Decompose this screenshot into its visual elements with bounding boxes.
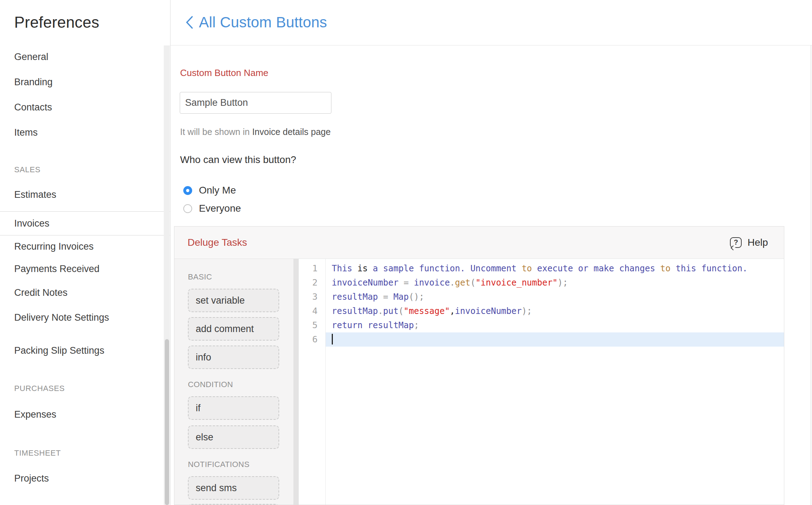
sidebar-item-recurring-invoices[interactable]: Recurring Invoices xyxy=(14,234,94,259)
code-line[interactable]: invoiceNumber = invoice.get("invoice_num… xyxy=(326,276,784,290)
sidebar-title: Preferences xyxy=(14,13,99,31)
code-token: invoiceNumber xyxy=(332,278,404,288)
code-token: resultMap xyxy=(332,292,383,302)
code-line[interactable]: This is a sample function. Uncomment to … xyxy=(326,261,784,276)
code-token: = xyxy=(383,292,394,302)
code-token: Map xyxy=(393,292,408,302)
sidebar-item-projects[interactable]: Projects xyxy=(14,466,49,490)
radio-option-everyone[interactable]: Everyone xyxy=(183,202,241,215)
deluge-panel-title: Deluge Tasks xyxy=(188,237,247,248)
code-line[interactable]: resultMap.put("message",invoiceNumber); xyxy=(326,304,784,318)
code-token: = xyxy=(404,278,414,288)
sidebar-item-general[interactable]: General xyxy=(14,45,48,69)
line-number: 2 xyxy=(299,276,325,290)
visibility-question: Who can view this button? xyxy=(180,154,296,165)
task-button-send-sms[interactable]: send sms xyxy=(188,476,279,500)
custom-button-name-input[interactable] xyxy=(180,92,331,114)
palette-scrollbar-track[interactable] xyxy=(293,259,299,505)
code-token: (); xyxy=(409,292,424,302)
code-token: to xyxy=(660,264,671,273)
code-token: ( xyxy=(470,278,475,288)
code-token: resultMap xyxy=(332,306,378,316)
sidebar-item-invoices-selected[interactable]: Invoices xyxy=(0,211,170,235)
palette-section-condition: CONDITION xyxy=(188,380,233,389)
code-token: to xyxy=(522,264,532,273)
deluge-tasks-panel: Deluge Tasks ? Help BASICset variableadd… xyxy=(174,226,784,505)
code-token: . xyxy=(378,306,383,316)
sidebar-item-packing-slip-settings[interactable]: Packing Slip Settings xyxy=(14,338,104,363)
code-token: This xyxy=(332,264,357,273)
palette-section-basic: BASIC xyxy=(188,272,212,282)
code-token: ; xyxy=(414,320,419,330)
code-token: "message" xyxy=(404,306,450,316)
code-token: invoiceNumber xyxy=(455,306,522,316)
code-token: ( xyxy=(399,306,404,316)
editor-line-number-gutter: 123456 xyxy=(299,259,326,505)
code-token: ); xyxy=(558,278,568,288)
sidebar-item-expenses[interactable]: Expenses xyxy=(14,402,56,427)
radio-button-icon[interactable] xyxy=(183,186,192,195)
chevron-left-icon xyxy=(185,15,194,29)
help-label: Help xyxy=(747,237,768,248)
zoho-preferences-page: { "sidebar": { "title": "Preferences", "… xyxy=(0,0,812,505)
code-token: this function. xyxy=(671,264,748,273)
content-right-scroll-edge xyxy=(811,45,811,505)
back-to-all-custom-buttons-link[interactable]: All Custom Buttons xyxy=(185,14,327,31)
deluge-panel-body: BASICset variableadd commentinfoCONDITIO… xyxy=(174,259,784,505)
preferences-sidebar: Preferences GeneralBrandingContactsItems… xyxy=(0,0,170,505)
code-token: is xyxy=(357,264,368,273)
page-title: All Custom Buttons xyxy=(199,14,327,31)
code-line-active[interactable] xyxy=(326,332,784,347)
sidebar-item-items[interactable]: Items xyxy=(14,120,38,145)
line-number: 6 xyxy=(299,332,325,347)
code-token: put xyxy=(383,306,399,316)
code-line[interactable]: resultMap = Map(); xyxy=(326,290,784,304)
radio-option-only-me[interactable]: Only Me xyxy=(183,184,236,197)
shown-in-helper-text: It will be shown in Invoice details page xyxy=(180,127,331,137)
task-button-if[interactable]: if xyxy=(188,396,279,420)
sidebar-item-contacts[interactable]: Contacts xyxy=(14,95,52,119)
palette-section-notifications: NOTIFICATIONS xyxy=(188,460,249,469)
sidebar-item-estimates[interactable]: Estimates xyxy=(14,183,56,207)
sidebar-scrollbar-thumb[interactable] xyxy=(165,339,169,505)
task-button-else[interactable]: else xyxy=(188,425,279,449)
help-question-icon: ? xyxy=(730,237,742,248)
sidebar-item-credit-notes[interactable]: Credit Notes xyxy=(14,281,67,305)
line-number: 4 xyxy=(299,304,325,318)
code-token: return resultMap xyxy=(332,320,414,330)
content-header: All Custom Buttons xyxy=(170,0,812,45)
line-number: 1 xyxy=(299,261,325,276)
code-token: execute or make changes xyxy=(532,264,660,273)
deluge-code-editor[interactable]: This is a sample function. Uncomment to … xyxy=(326,259,784,505)
sidebar-section-timesheet: TIMESHEET xyxy=(14,441,61,465)
shown-in-page-name: Invoice details page xyxy=(252,127,331,137)
code-token: invoice xyxy=(414,278,450,288)
radio-button-icon[interactable] xyxy=(183,204,192,213)
sidebar-item-branding[interactable]: Branding xyxy=(14,70,53,94)
code-token: a sample function. Uncomment xyxy=(368,264,521,273)
sidebar-scrollbar-track[interactable] xyxy=(164,45,170,505)
code-token: ); xyxy=(522,306,532,316)
deluge-panel-header: Deluge Tasks ? Help xyxy=(174,227,784,259)
sidebar-item-payments-received[interactable]: Payments Received xyxy=(14,257,99,281)
deluge-task-palette: BASICset variableadd commentinfoCONDITIO… xyxy=(174,259,293,505)
task-button-info[interactable]: info xyxy=(188,346,279,369)
task-button-partially-visible[interactable] xyxy=(188,504,279,505)
code-line[interactable]: return resultMap; xyxy=(326,318,784,332)
task-button-add-comment[interactable]: add comment xyxy=(188,317,279,341)
radio-label: Only Me xyxy=(199,185,236,196)
sidebar-section-sales: SALES xyxy=(14,158,40,182)
sidebar-item-delivery-note-settings[interactable]: Delivery Note Settings xyxy=(14,305,109,330)
text-cursor xyxy=(332,334,333,344)
line-number: 3 xyxy=(299,290,325,304)
task-button-set-variable[interactable]: set variable xyxy=(188,289,279,312)
line-number: 5 xyxy=(299,318,325,332)
code-token: . xyxy=(450,278,455,288)
code-token: , xyxy=(450,306,455,316)
radio-label: Everyone xyxy=(199,203,241,214)
custom-button-name-label: Custom Button Name xyxy=(180,67,269,78)
code-token: "invoice_number" xyxy=(476,278,558,288)
sidebar-item-label: Invoices xyxy=(14,212,49,235)
help-button[interactable]: ? Help xyxy=(730,237,768,248)
sidebar-section-purchases: PURCHASES xyxy=(14,376,65,401)
